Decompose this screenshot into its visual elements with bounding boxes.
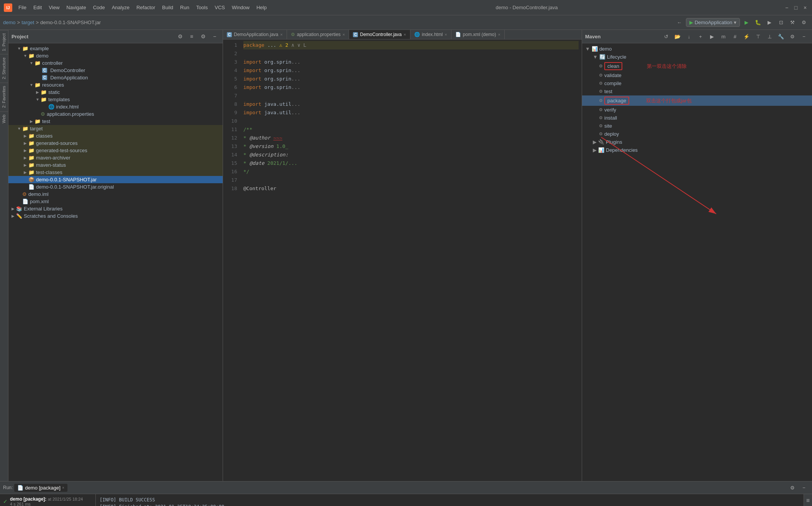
tree-item-scratches[interactable]: ▶ ✏️ Scratches and Consoles [8, 212, 223, 220]
tree-item-external-libraries[interactable]: ▶ 📚 External Libraries [8, 205, 223, 212]
tab-democontroller[interactable]: C DemoController.java × [349, 30, 410, 39]
run-button[interactable]: ▶ [741, 18, 751, 28]
maven-item-demo[interactable]: ▼ 📊 demo [582, 45, 812, 53]
menu-tools[interactable]: Tools [193, 3, 211, 12]
tab-application-properties[interactable]: ⚙ application.properties × [287, 30, 349, 39]
maven-tools-icon[interactable]: 🔧 [776, 31, 786, 41]
project-settings-icon[interactable]: ⚙ [175, 31, 185, 41]
tree-item-static[interactable]: ▶ 📁 static [8, 89, 223, 96]
run-console[interactable]: [INFO] BUILD SUCCESS [INFO] Finished at:… [96, 494, 804, 506]
menu-help[interactable]: Help [253, 3, 270, 12]
maven-run-icon[interactable]: + [696, 31, 705, 41]
close-tab-application-properties[interactable]: × [343, 32, 345, 37]
maximize-button[interactable]: □ [793, 5, 799, 11]
minimize-button[interactable]: − [784, 5, 790, 11]
menu-view[interactable]: View [46, 3, 62, 12]
back-nav-button[interactable]: ← [674, 18, 684, 28]
close-tab-index-html[interactable]: × [445, 32, 447, 37]
maven-item-dependencies[interactable]: ▶ 📊 Dependencies [582, 146, 812, 154]
tree-item-target[interactable]: ▼ 📁 target [8, 125, 223, 132]
close-run-tab[interactable]: × [62, 486, 64, 490]
project-minimize-icon[interactable]: − [210, 31, 220, 41]
tree-item-resources[interactable]: ▼ 📁 resources [8, 81, 223, 89]
menu-analyze[interactable]: Analyze [109, 3, 133, 12]
tree-item-test[interactable]: ▶ 📁 test [8, 118, 223, 125]
run-close-icon[interactable]: − [799, 483, 809, 493]
maven-item-compile[interactable]: ⚙ compile [582, 79, 812, 87]
maven-expand-icon[interactable]: ⊥ [764, 31, 774, 41]
tree-item-snapshot-jar-original[interactable]: ▶ 📄 demo-0.0.1-SNAPSHOT.jar.original [8, 183, 223, 191]
maven-item-verify[interactable]: ⚙ verify [582, 106, 812, 114]
maven-collapse-icon[interactable]: ⊤ [753, 31, 763, 41]
maven-play-icon[interactable]: ▶ [707, 31, 717, 41]
side-tab-favorites[interactable]: 2: Favorites [0, 82, 8, 111]
code-content[interactable]: package ... ⚠ 2 ∧ ∨ L import org.sprin..… [240, 39, 582, 481]
maven-item-clean[interactable]: ⚙ clean 第一双击这个清除 [582, 61, 812, 71]
menu-refactor[interactable]: Refactor [133, 3, 158, 12]
maven-item-package[interactable]: ⚙ package 双击这个打包成jar包 [582, 95, 812, 106]
tree-item-controller[interactable]: ▼ 📁 controller [8, 59, 223, 67]
maven-download-icon[interactable]: ↓ [684, 31, 694, 41]
tree-item-application-properties[interactable]: ▶ ⚙ application.properties [8, 110, 223, 118]
maven-hash-icon[interactable]: # [730, 31, 740, 41]
menu-build[interactable]: Build [159, 3, 176, 12]
tree-item-templates[interactable]: ▼ 📁 templates [8, 96, 223, 103]
tree-item-maven-archiver[interactable]: ▶ 📁 maven-archiver [8, 154, 223, 161]
maven-item-lifecycle[interactable]: ▼ 🔄 Lifecycle [582, 53, 812, 61]
tree-item-pom-xml[interactable]: ▶ 📄 pom.xml [8, 198, 223, 205]
tree-item-generated-sources[interactable]: ▶ 📁 generated-sources [8, 140, 223, 147]
maven-item-deploy[interactable]: ⚙ deploy [582, 130, 812, 138]
project-collapse-icon[interactable]: ≡ [187, 31, 197, 41]
run-configuration[interactable]: ▶ DemoApplication ▾ [686, 18, 740, 27]
side-tab-scroll-end[interactable]: ≡ [804, 494, 812, 506]
side-tab-web[interactable]: Web [0, 111, 8, 126]
menu-window[interactable]: Window [229, 3, 253, 12]
close-tab-demoapplication[interactable]: × [280, 32, 282, 37]
side-tab-structure[interactable]: 2: Structure [0, 54, 8, 82]
maven-item-validate[interactable]: ⚙ validate [582, 71, 812, 79]
maven-item-install[interactable]: ⚙ install [582, 114, 812, 122]
tree-item-demo[interactable]: ▼ 📁 demo [8, 52, 223, 59]
maven-item-site[interactable]: ⚙ site [582, 122, 812, 130]
menu-navigate[interactable]: Navigate [63, 3, 89, 12]
maven-item-plugins[interactable]: ▶ 🔌 Plugins [582, 138, 812, 146]
menu-run[interactable]: Run [177, 3, 192, 12]
tree-item-maven-status[interactable]: ▶ 📁 maven-status [8, 161, 223, 169]
tab-demoapplication[interactable]: C DemoApplication.java × [223, 30, 287, 39]
maven-close-icon[interactable]: − [799, 31, 809, 41]
breadcrumb-demo[interactable]: demo [3, 20, 16, 25]
project-gear-icon[interactable]: ⚙ [198, 31, 208, 41]
debug-button[interactable]: 🐛 [753, 18, 763, 28]
close-tab-democontroller[interactable]: × [404, 32, 406, 37]
maven-item-test[interactable]: ⚙ test [582, 87, 812, 95]
run-tab-demo-package[interactable]: 📄 demo [package] × [14, 484, 67, 492]
settings-button[interactable]: ⚙ [799, 18, 809, 28]
tree-item-demoapplication[interactable]: ▶ C DemoApplication [8, 74, 223, 81]
menu-vcs[interactable]: VCS [212, 3, 228, 12]
maven-lightning-icon[interactable]: ⚡ [741, 31, 751, 41]
tree-item-classes[interactable]: ▶ 📁 classes [8, 132, 223, 140]
tab-index-html[interactable]: 🌐 index.html × [410, 30, 451, 39]
profile-button[interactable]: ⊡ [776, 18, 786, 28]
tree-item-generated-test-sources[interactable]: ▶ 📁 generated-test-sources [8, 147, 223, 154]
tree-item-democontroller[interactable]: ▶ C DemoController [8, 67, 223, 74]
close-button[interactable]: × [802, 5, 808, 11]
maven-m-icon[interactable]: m [718, 31, 728, 41]
maven-refresh-icon[interactable]: ↺ [661, 31, 671, 41]
run-with-coverage-button[interactable]: ▶ [764, 18, 774, 28]
build-button[interactable]: ⚒ [787, 18, 797, 28]
tree-item-snapshot-jar[interactable]: ▶ 📦 demo-0.0.1-SNAPSHOT.jar [8, 176, 223, 183]
tree-item-test-classes[interactable]: ▶ 📁 test-classes [8, 169, 223, 176]
menu-file[interactable]: File [15, 3, 30, 12]
maven-add-icon[interactable]: 📂 [673, 31, 682, 41]
tree-item-example[interactable]: ▼ 📁 example [8, 45, 223, 52]
side-tab-project[interactable]: 1: Project [0, 30, 8, 54]
breadcrumb-target[interactable]: target [21, 20, 34, 25]
menu-edit[interactable]: Edit [30, 3, 45, 12]
breadcrumb-jar[interactable]: demo-0.0.1-SNAPSHOT.jar [40, 20, 101, 25]
tree-item-demo-iml[interactable]: ▶ ⚙ demo.iml [8, 191, 223, 198]
maven-settings-icon[interactable]: ⚙ [787, 31, 797, 41]
tab-pom-xml[interactable]: 📄 pom.xml (demo) × [451, 30, 505, 39]
menu-code[interactable]: Code [90, 3, 108, 12]
tree-item-index-html[interactable]: ▶ 🌐 index.html [8, 103, 223, 110]
